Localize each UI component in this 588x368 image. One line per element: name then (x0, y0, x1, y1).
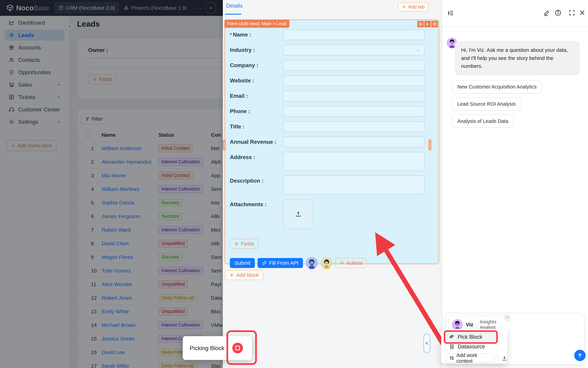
field-label: Industry : (230, 45, 283, 55)
upload-context-icon[interactable] (502, 355, 507, 361)
field-label: Email : (230, 91, 283, 101)
viz-avatar-small (452, 319, 463, 330)
header-divider (565, 10, 565, 16)
app-stage: NocoBase CRM (NocoBase 2.0) Projects (No… (0, 0, 588, 368)
plus-icon (229, 273, 234, 277)
field-label: Title : (230, 121, 283, 132)
fill-from-api-button[interactable]: Fill From API (258, 258, 303, 268)
gear-icon (339, 261, 344, 266)
actions-button[interactable]: Actions (335, 258, 367, 268)
panel-collapse-button[interactable]: < (423, 334, 430, 353)
form-field-row: Address : (230, 152, 424, 171)
form-field-row: Annual Revenue : (230, 137, 424, 147)
toolbar-divider (498, 355, 498, 361)
form-field-row: Title : (230, 121, 424, 132)
plus-icon (402, 5, 406, 9)
drawer-dim-overlay (0, 0, 223, 368)
stop-button-highlight-annotation (227, 330, 257, 365)
field-input[interactable] (283, 121, 424, 132)
form-fields: *Name : Industry : (230, 29, 424, 229)
field-label: Website : (230, 75, 283, 86)
form-field-row: Website : (230, 75, 424, 86)
field-input[interactable] (283, 60, 424, 71)
field-label: *Name : (230, 29, 283, 40)
suggestion-chips: New Customer Acquisition AnalyticsLead S… (452, 80, 579, 128)
field-label: Address : (230, 152, 283, 171)
suggestion-chip[interactable]: Lead Source ROI Analysis (452, 97, 521, 110)
chip-divider (476, 322, 477, 328)
add-tab-button[interactable]: Add tab (398, 2, 429, 11)
server-icon (449, 344, 455, 350)
form-field-row: Company : (230, 60, 424, 71)
field-input[interactable] (283, 29, 424, 40)
tab-underline (225, 14, 241, 15)
form-field-row: Attachments : (230, 199, 424, 229)
form-fields-settings-button[interactable]: Fields (230, 239, 258, 249)
upload-dropzone[interactable] (283, 199, 313, 229)
lightning-icon[interactable] (424, 21, 431, 27)
link-icon (262, 261, 267, 266)
close-icon[interactable] (579, 9, 586, 16)
submit-button[interactable]: Submit (230, 258, 255, 268)
chevron-down-icon (416, 48, 420, 53)
details-drawer: Details Add tab Form (Add new): Main > L… (223, 0, 441, 368)
assistant-message-bubble: Hi, I'm Viz. Ask me a question about you… (455, 41, 580, 75)
drag-move-icon[interactable] (417, 21, 424, 27)
agent-name: Viz (466, 322, 473, 328)
field-label: Company : (230, 60, 283, 71)
upload-icon (295, 211, 302, 217)
field-input[interactable] (283, 152, 424, 171)
block-toolbar (417, 21, 438, 27)
form-field-row: Email : (230, 91, 424, 101)
edit-icon[interactable] (543, 9, 550, 16)
field-input[interactable] (283, 91, 424, 101)
add-block-button[interactable]: Add block (225, 270, 263, 280)
resize-handle-icon[interactable] (420, 166, 423, 169)
form-action-row: Submit Fill From API Actions (230, 257, 424, 269)
form-field-row: *Name : (230, 29, 424, 40)
required-asterisk: * (230, 32, 232, 37)
gear-icon (234, 241, 239, 246)
block-resize-handle-left[interactable] (223, 139, 226, 150)
agent-avatar-blue[interactable] (306, 257, 318, 269)
tab-details[interactable]: Details (226, 3, 243, 9)
info-icon[interactable] (555, 9, 562, 16)
agent-avatar-yellow[interactable] (320, 257, 333, 269)
field-input[interactable] (283, 175, 424, 194)
menu-icon[interactable] (431, 21, 438, 27)
add-grid-icon (449, 356, 454, 361)
lead-form-block: Form (Add new): Main > Lead *Name : (225, 20, 439, 264)
arrow-up-icon (577, 352, 583, 358)
picking-block-label: Picking Block (190, 345, 224, 351)
field-input[interactable] (283, 45, 424, 55)
agent-role: Insights Analyst (480, 319, 506, 330)
add-work-context-button[interactable]: Add work context (446, 354, 494, 363)
conversations-sidebar-icon[interactable] (447, 10, 454, 17)
field-label: Description : (230, 175, 283, 194)
resize-handle-icon[interactable] (420, 190, 423, 193)
form-block-badge: Form (Add new): Main > Lead (225, 20, 289, 28)
field-label: Attachments : (230, 199, 283, 229)
form-field-row: Description : (230, 175, 424, 194)
input-toolbar: Add work context (446, 354, 507, 363)
main-app-region: NocoBase CRM (NocoBase 2.0) Projects (No… (0, 0, 223, 368)
field-input[interactable] (283, 106, 424, 117)
pick-block-highlight-annotation (444, 330, 498, 344)
field-input[interactable] (283, 75, 424, 86)
ai-panel-header (441, 0, 588, 27)
form-field-row: Phone : (230, 106, 424, 117)
remove-agent-icon[interactable]: ✕ (504, 315, 510, 321)
suggestion-chip[interactable]: New Customer Acquisition Analytics (452, 80, 542, 93)
field-label: Annual Revenue : (230, 137, 283, 147)
ai-assistant-panel: Hi, I'm Viz. Ask me a question about you… (441, 0, 588, 368)
block-resize-handle-right[interactable] (429, 139, 431, 150)
field-label: Phone : (230, 106, 283, 117)
suggestion-chip[interactable]: Analysis of Leads Data (452, 115, 514, 128)
field-input[interactable] (283, 137, 424, 147)
expand-icon[interactable] (568, 9, 575, 16)
send-button[interactable] (574, 350, 586, 361)
form-field-row: Industry : (230, 45, 424, 55)
